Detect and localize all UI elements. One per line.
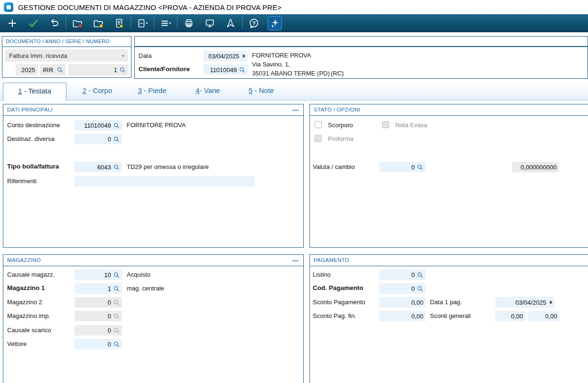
sconto-pagamento-field[interactable]: 0,00 [379, 297, 426, 308]
anno-value: 2025 [21, 66, 35, 74]
open-archive-button[interactable] [88, 16, 109, 30]
sconti-generali-field-2[interactable]: 0,00 [528, 311, 560, 321]
search-icon[interactable] [239, 67, 245, 73]
field-description: Acquisto [127, 271, 150, 278]
field-label: Tipo bolla/fattura [7, 163, 59, 170]
document-yellow-dot-icon [113, 18, 125, 29]
search-icon[interactable] [113, 164, 120, 170]
anno-field[interactable]: 2025 [16, 64, 38, 75]
field-label: Vettore [7, 340, 27, 347]
supplier-extra: (RC) [331, 69, 344, 78]
date-arrow-icon[interactable] [550, 300, 552, 304]
causale-magazzino-field[interactable]: 10 [75, 270, 122, 280]
tabstrip: 1 - Testata 2 - Corpo 3 - Piede 4- Varie… [0, 82, 588, 101]
search-icon[interactable] [113, 286, 120, 292]
document-options-button[interactable] [132, 16, 153, 30]
monitor-icon [204, 18, 215, 29]
checkbox-label: Nota Evasa [395, 121, 427, 129]
field-label: Listino [313, 271, 331, 278]
field-label: Cod. Pagamento [313, 284, 364, 291]
header-strip [134, 36, 588, 47]
data-date-field[interactable]: 03/04/2025 [204, 51, 248, 61]
print-button[interactable] [178, 16, 199, 30]
check-icon [28, 18, 39, 29]
cliente-label: Cliente/Fornitore [139, 65, 190, 73]
help-button[interactable]: ? [243, 16, 264, 30]
pdf-button[interactable] [220, 16, 241, 30]
search-icon[interactable] [113, 272, 120, 278]
folder-red-dot-icon [72, 18, 84, 29]
search-icon[interactable] [417, 272, 423, 278]
search-icon[interactable] [417, 164, 423, 170]
svg-text:?: ? [252, 20, 255, 26]
data1-pagamento-field[interactable]: 03/04/2025 [495, 297, 555, 308]
search-icon[interactable] [57, 67, 63, 73]
conto-destinazione-field[interactable]: 11010049 [75, 120, 122, 131]
destinazione-diversa-field[interactable]: 0 [75, 134, 122, 144]
toolbar-separator [65, 17, 66, 29]
toolbar-separator [131, 17, 131, 29]
sconto-pag-fin-field[interactable]: 0,00 [379, 311, 426, 321]
document-type-value: Fattura Imm. ricevuta [9, 52, 67, 59]
supplier-street: Via Savino, 1, [252, 60, 290, 69]
undo-button[interactable] [44, 16, 65, 30]
field-label: Sconto Pagamento [313, 299, 365, 306]
tab-note[interactable]: 5 - Note [239, 82, 284, 99]
serie-value: IRR [43, 66, 53, 74]
titlebar: GESTIONE DOCUMENTI DI MAGAZZINO <PROVA -… [0, 0, 588, 14]
search-icon [113, 299, 120, 306]
toolbar-separator [177, 17, 177, 29]
field-label: Valuta / cambio [313, 163, 355, 170]
search-icon[interactable] [120, 67, 126, 73]
document-selector-header: DOCUMENTO / ANNO / SERIE / NUMERO [2, 37, 131, 47]
magazzino2-field: 0 [75, 297, 122, 308]
search-icon[interactable] [113, 136, 120, 142]
undo-icon [48, 18, 60, 29]
toolbar-separator [242, 17, 243, 29]
cod-pagamento-field[interactable]: 0 [379, 283, 426, 294]
field-label: Causale scarico [7, 327, 51, 334]
dropdown-caret-icon: ▾ [122, 53, 124, 58]
tab-corpo[interactable]: 2 - Corpo [71, 82, 123, 99]
date-arrow-icon[interactable] [243, 54, 245, 58]
panel-pagamento-header: PAGAMENTO [310, 255, 588, 266]
collapse-minus-icon[interactable] [292, 110, 299, 111]
open-document-button[interactable] [67, 16, 88, 30]
cliente-code-value: 11010049 [210, 66, 237, 74]
preview-button[interactable] [199, 16, 220, 30]
menu-button[interactable] [155, 16, 176, 30]
search-icon [113, 327, 120, 334]
new-button[interactable] [2, 16, 23, 30]
valuta-field[interactable]: 0 [379, 162, 426, 172]
sconti-generali-field-1[interactable]: 0,00 [495, 311, 525, 321]
tab-varie[interactable]: 4- Varie [184, 82, 232, 99]
tab-piede[interactable]: 3 - Piede [127, 82, 177, 99]
document-options-icon [136, 18, 149, 29]
riferimenti-field[interactable] [75, 176, 255, 187]
collapse-minus-icon[interactable] [292, 260, 299, 262]
search-icon[interactable] [113, 341, 120, 347]
document-list-button[interactable] [109, 16, 130, 30]
search-icon[interactable] [417, 286, 423, 292]
document-selector-panel: DOCUMENTO / ANNO / SERIE / NUMERO Fattur… [2, 36, 131, 78]
scorporo-checkbox[interactable] [315, 121, 322, 128]
field-label: Magazzino imp. [7, 312, 50, 319]
tab-testata[interactable]: 1 - Testata [3, 83, 66, 101]
magazzino1-field[interactable]: 1 [75, 283, 122, 294]
cliente-code-field[interactable]: 11010049 [204, 65, 248, 75]
panel-dati-principali-header: DATI PRINCIPALI [3, 104, 303, 116]
document-type-dropdown[interactable]: Fattura Imm. ricevuta ▾ [5, 49, 128, 62]
proforma-checkbox [315, 135, 322, 142]
panel-stato-opzioni-header: STATO / OPZIONI [310, 104, 588, 116]
listino-field[interactable]: 0 [379, 270, 426, 280]
field-label: Data 1 pag. [430, 299, 462, 306]
field-description: TD29 per omessa o irregolare [127, 163, 209, 170]
serie-field[interactable]: IRR [40, 64, 66, 75]
tipo-bolla-field[interactable]: 6043 [75, 162, 122, 172]
ai-assistant-button[interactable] [268, 16, 282, 30]
confirm-button[interactable] [23, 16, 44, 30]
vettore-field[interactable]: 0 [75, 339, 122, 349]
nota-evasa-checkbox [382, 121, 389, 128]
search-icon[interactable] [113, 122, 120, 129]
numero-field[interactable]: 1 [68, 64, 129, 75]
